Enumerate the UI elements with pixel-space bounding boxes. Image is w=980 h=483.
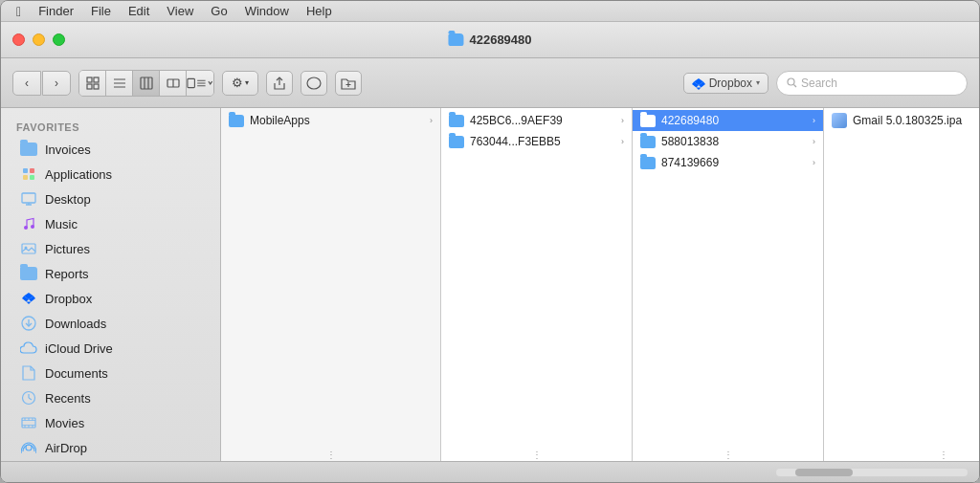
horizontal-scrollbar[interactable] [776, 469, 968, 476]
toolbar: ‹ › [1, 58, 979, 108]
col1-resize-handle[interactable]: ⋮ [323, 448, 339, 461]
gear-icon: ⚙ [232, 76, 243, 90]
svg-point-16 [307, 77, 321, 89]
finder-window:  Finder File Edit View Go Window Help 4… [0, 0, 980, 483]
sidebar-item-downloads[interactable]: Downloads [5, 311, 216, 336]
sidebar-item-invoices[interactable]: Invoices [5, 137, 216, 162]
menu-view[interactable]: View [159, 3, 201, 19]
menu-go[interactable]: Go [203, 3, 234, 19]
folder-422-label: 422689480 [661, 114, 719, 127]
view-group-button[interactable] [187, 71, 213, 96]
svg-rect-28 [30, 175, 34, 180]
svg-point-32 [24, 226, 28, 230]
folder-763-arrow-icon: › [621, 137, 624, 146]
downloads-icon [20, 315, 37, 332]
reports-folder-icon [20, 265, 37, 282]
sidebar-label-pictures: Pictures [45, 242, 90, 256]
column2-item-425[interactable]: 425BC6...9AEF39 › [441, 110, 632, 131]
movies-icon [20, 414, 37, 431]
desktop-icon [20, 190, 37, 208]
dropbox-button[interactable]: Dropbox ▾ [683, 73, 768, 94]
search-bar[interactable]: Search [776, 71, 968, 96]
folder-588-icon [640, 136, 656, 148]
sidebar-label-reports: Reports [45, 267, 89, 281]
menu-finder[interactable]: Finder [31, 3, 81, 19]
folder-763-label: 763044...F3EBB5 [470, 135, 561, 148]
menu-edit[interactable]: Edit [121, 3, 157, 19]
col4-resize-handle[interactable]: ⋮ [936, 448, 951, 461]
view-column-button[interactable] [133, 71, 160, 96]
sidebar-item-documents[interactable]: Documents [5, 361, 216, 385]
svg-rect-0 [87, 77, 92, 82]
sidebar-section-favorites: Favorites [1, 116, 220, 137]
sidebar-item-icloud[interactable]: iCloud Drive [5, 336, 216, 361]
col2-resize-handle[interactable]: ⋮ [529, 448, 545, 461]
sidebar-item-recents[interactable]: Recents [5, 385, 216, 410]
dropbox-chevron-icon: ▾ [756, 78, 760, 87]
close-button[interactable] [12, 33, 25, 46]
view-list-button[interactable] [106, 71, 133, 96]
folder-422-arrow-icon: › [813, 116, 815, 125]
sidebar-label-downloads: Downloads [45, 317, 106, 331]
sidebar-label-applications: Applications [45, 167, 112, 182]
sidebar-item-pictures[interactable]: Pictures [5, 236, 216, 261]
svg-rect-1 [94, 77, 99, 82]
mobileapps-label: MobileApps [250, 114, 310, 127]
column1-mobileapps[interactable]: MobileApps › [221, 110, 440, 131]
view-buttons [78, 70, 214, 97]
sidebar-label-invoices: Invoices [45, 143, 91, 157]
folder-874-label: 874139669 [661, 156, 719, 169]
sidebar-item-dropbox[interactable]: Dropbox [5, 286, 216, 311]
sidebar-item-applications[interactable]: Applications [5, 162, 216, 187]
svg-rect-2 [87, 84, 92, 89]
sidebar-item-movies[interactable]: Movies [5, 410, 216, 435]
view-icon-button[interactable] [79, 71, 106, 96]
recents-icon [20, 389, 37, 406]
svg-rect-34 [22, 244, 35, 253]
gmail-ipa-label: Gmail 5.0.180325.ipa [853, 114, 962, 127]
svg-point-33 [31, 225, 34, 229]
share-button[interactable] [266, 71, 293, 96]
apple-menu[interactable]:  [9, 4, 29, 19]
view-cover-button[interactable] [160, 71, 187, 96]
forward-button[interactable]: › [42, 71, 71, 96]
sidebar-label-movies: Movies [45, 416, 84, 430]
folder-874-icon [640, 157, 656, 169]
column4-item-gmail-ipa[interactable]: Gmail 5.0.180325.ipa [824, 110, 979, 131]
mobileapps-folder-icon [229, 115, 244, 127]
column3-item-588[interactable]: 588013838 › [633, 131, 823, 152]
sidebar-label-desktop: Desktop [45, 192, 91, 207]
column3-item-874[interactable]: 874139669 › [633, 152, 823, 173]
folder-763-icon [449, 136, 464, 148]
sidebar-label-recents: Recents [45, 391, 91, 406]
sidebar-item-reports[interactable]: Reports [5, 261, 216, 286]
svg-rect-26 [30, 168, 34, 173]
sidebar: Favorites Invoices Applica [1, 108, 221, 461]
back-button[interactable]: ‹ [12, 71, 41, 96]
maximize-button[interactable] [53, 33, 65, 46]
column2-item-763[interactable]: 763044...F3EBB5 › [441, 131, 632, 152]
sidebar-item-desktop[interactable]: Desktop [5, 187, 216, 211]
svg-rect-27 [23, 175, 28, 180]
folder-874-arrow-icon: › [813, 158, 815, 167]
folder-425-arrow-icon: › [621, 116, 624, 125]
search-placeholder: Search [801, 77, 837, 90]
minimize-button[interactable] [33, 33, 45, 46]
menu-file[interactable]: File [83, 3, 119, 19]
svg-marker-22 [696, 87, 701, 90]
new-folder-button[interactable] [335, 71, 362, 96]
sidebar-item-airdrop[interactable]: AirDrop [5, 435, 216, 460]
menu-help[interactable]: Help [299, 3, 340, 19]
sidebar-label-icloud: iCloud Drive [45, 341, 113, 356]
sidebar-item-music[interactable]: Music [5, 211, 216, 236]
sidebar-label-airdrop: AirDrop [45, 441, 87, 455]
tag-button[interactable] [301, 71, 327, 96]
col3-resize-handle[interactable]: ⋮ [721, 448, 736, 461]
dropbox-sidebar-icon [20, 290, 37, 307]
column3-item-422[interactable]: 422689480 › [633, 110, 823, 131]
svg-marker-39 [27, 302, 32, 305]
bottom-bar [1, 461, 979, 482]
action-button[interactable]: ⚙ ▾ [222, 71, 258, 96]
column-2: 425BC6...9AEF39 › 763044...F3EBB5 › ⋮ [441, 108, 633, 461]
menu-window[interactable]: Window [237, 3, 297, 19]
